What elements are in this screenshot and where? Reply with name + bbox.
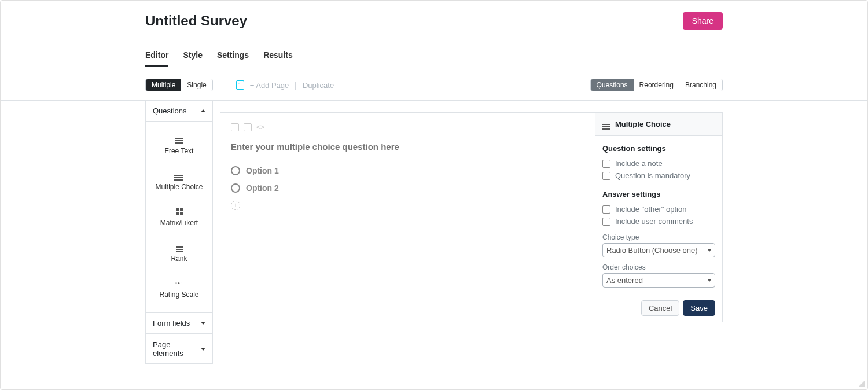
free-text-icon	[175, 135, 184, 144]
palette-rating-scale[interactable]: Rating Scale	[146, 271, 212, 307]
page-mode-multiple[interactable]: Multiple	[146, 79, 181, 91]
share-button[interactable]: Share	[683, 12, 723, 30]
choice-type-select[interactable]: Radio Button (Choose one)	[602, 243, 715, 257]
duplicate-link[interactable]: Duplicate	[303, 81, 334, 90]
option-text[interactable]: Option 1	[246, 166, 279, 175]
cancel-button[interactable]: Cancel	[641, 300, 679, 316]
chevron-down-icon	[201, 348, 205, 351]
page-mode-toggle: Multiple Single	[145, 79, 213, 91]
resize-handle-icon[interactable]	[858, 380, 865, 387]
palette-matrix-likert[interactable]: Matrix/Likert	[146, 199, 212, 235]
main-tabs: Editor Style Settings Results	[145, 44, 723, 67]
include-comments-label: Include user comments	[615, 217, 693, 226]
view-toggle: Questions Reordering Branching	[590, 79, 723, 91]
palette-rank[interactable]: Rank	[146, 235, 212, 271]
element-sidebar: Questions Free Text Multiple Choice Matr…	[145, 101, 213, 364]
question-card: <> Option 1 Option 2 +	[220, 112, 723, 322]
include-note-label: Include a note	[615, 159, 663, 168]
sidebar-section-form-fields[interactable]: Form fields	[146, 312, 212, 334]
tab-style[interactable]: Style	[183, 45, 202, 67]
page-mode-single[interactable]: Single	[181, 79, 212, 91]
answer-settings-heading: Answer settings	[602, 190, 715, 198]
survey-title[interactable]: Untitled Survey	[145, 13, 247, 29]
sidebar-section-label: Page elements	[153, 340, 201, 358]
question-media-row: <>	[231, 123, 584, 131]
include-note-checkbox[interactable]	[602, 160, 610, 168]
choice-type-label: Choice type	[602, 233, 715, 241]
list-icon	[602, 124, 610, 125]
sidebar-section-label: Questions	[153, 106, 187, 115]
question-text-input[interactable]	[231, 142, 584, 152]
matrix-icon	[175, 207, 184, 215]
rating-scale-icon	[175, 279, 184, 287]
settings-panel-header: Multiple Choice	[595, 113, 722, 136]
view-reordering[interactable]: Reordering	[634, 79, 679, 91]
radio-icon	[231, 183, 240, 193]
option-text[interactable]: Option 2	[246, 183, 279, 193]
view-questions[interactable]: Questions	[591, 79, 634, 91]
multiple-choice-icon	[175, 171, 184, 179]
code-icon[interactable]: <>	[256, 123, 264, 131]
sidebar-section-page-elements[interactable]: Page elements	[146, 334, 212, 363]
view-branching[interactable]: Branching	[679, 79, 722, 91]
include-comments-checkbox[interactable]	[602, 218, 610, 226]
palette-multiple-choice[interactable]: Multiple Choice	[146, 163, 212, 199]
tab-settings[interactable]: Settings	[217, 45, 249, 67]
chevron-up-icon	[201, 109, 205, 112]
palette-free-text[interactable]: Free Text	[146, 127, 212, 163]
save-button[interactable]: Save	[683, 300, 715, 316]
question-settings-heading: Question settings	[602, 144, 715, 153]
chevron-down-icon	[201, 322, 205, 325]
add-page-link[interactable]: + Add Page	[250, 81, 289, 90]
sidebar-section-label: Form fields	[153, 319, 190, 328]
video-icon[interactable]	[244, 123, 252, 131]
option-row[interactable]: Option 1	[231, 166, 584, 175]
radio-icon	[231, 166, 240, 175]
tab-results[interactable]: Results	[263, 45, 293, 67]
tab-editor[interactable]: Editor	[145, 45, 168, 67]
mandatory-checkbox[interactable]	[602, 172, 610, 180]
include-other-checkbox[interactable]	[602, 205, 610, 214]
include-other-label: Include "other" option	[615, 205, 686, 214]
order-choices-select[interactable]: As entered	[602, 273, 715, 288]
page-icon[interactable]	[236, 80, 244, 90]
mandatory-label: Question is mandatory	[615, 171, 690, 180]
sidebar-section-questions[interactable]: Questions	[146, 101, 212, 122]
add-option-button[interactable]: +	[231, 201, 240, 210]
rank-icon	[175, 243, 184, 251]
image-icon[interactable]	[231, 123, 239, 131]
order-choices-label: Order choices	[602, 263, 715, 271]
option-row[interactable]: Option 2	[231, 183, 584, 193]
